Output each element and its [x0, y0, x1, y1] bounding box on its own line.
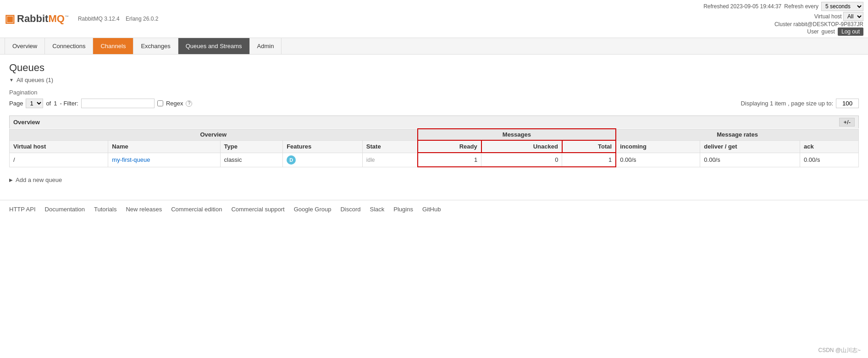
td-ack: 0.00/s — [800, 153, 859, 167]
nav-overview[interactable]: Overview — [5, 38, 45, 54]
pagination-section: Pagination Page 1 of 1 - Filter: Regex ?… — [9, 89, 859, 108]
queues-table: Overview Messages Message rates Virtual … — [9, 128, 859, 167]
rabbitmq-version: RabbitMQ 3.12.4 — [78, 16, 120, 22]
top-bar-right: Refreshed 2023-09-05 19:44:37 Refresh ev… — [703, 2, 863, 36]
footer-link[interactable]: Commercial edition — [171, 206, 222, 213]
page-size-input[interactable] — [836, 99, 859, 108]
nav-admin[interactable]: Admin — [250, 38, 282, 54]
refresh-select[interactable]: 5 seconds 10 seconds 30 seconds 60 secon… — [821, 2, 863, 11]
th-virtual-host: Virtual host — [10, 140, 108, 153]
add-queue-label: Add a new queue — [16, 176, 62, 183]
queue-name-link[interactable]: my-first-queue — [112, 156, 150, 163]
message-rates-header: Message rates — [616, 129, 858, 140]
virtual-host-label: Virtual host — [814, 13, 842, 20]
add-queue-section[interactable]: ▶ Add a new queue — [9, 176, 859, 183]
nav-exchanges[interactable]: Exchanges — [133, 38, 178, 54]
footer-link[interactable]: New releases — [126, 206, 162, 213]
th-name: Name — [108, 140, 220, 153]
virtual-host-select[interactable]: All / — [843, 12, 863, 21]
all-queues-header[interactable]: ▼ All queues (1) — [9, 77, 859, 83]
th-features: Features — [283, 140, 363, 153]
page-label: Page — [9, 100, 23, 107]
filter-label: - Filter: — [60, 100, 78, 107]
version-info: RabbitMQ 3.12.4 Erlang 26.0.2 — [78, 16, 158, 22]
td-deliver-get: 0.00/s — [700, 153, 800, 167]
footer-link[interactable]: Plugins — [393, 206, 413, 213]
td-state: idle — [362, 153, 417, 167]
footer-link[interactable]: Discord — [340, 206, 360, 213]
state-value: idle — [366, 157, 375, 163]
pagination-label: Pagination — [9, 89, 859, 96]
plus-minus-button[interactable]: +/- — [839, 118, 855, 127]
th-type: Type — [220, 140, 283, 153]
filter-input[interactable] — [81, 99, 155, 108]
mq-text: MQ — [48, 13, 64, 24]
footer-links: HTTP APIDocumentationTutorialsNew releas… — [0, 200, 868, 218]
tm-text: ™ — [65, 15, 69, 19]
footer-link[interactable]: Slack — [370, 206, 385, 213]
regex-label: Regex — [166, 100, 183, 107]
footer-link[interactable]: Google Group — [294, 206, 332, 213]
all-queues-label: All queues (1) — [17, 77, 53, 83]
feature-badge: D — [287, 155, 296, 165]
table-section-header: Overview +/- — [9, 116, 859, 128]
td-virtual-host: / — [10, 153, 108, 167]
displaying-text: Displaying 1 item , page size up to: — [741, 100, 833, 107]
top-bar-left: ▣ RabbitMQ™ RabbitMQ 3.12.4 Erlang 26.0.… — [5, 12, 158, 25]
nav-connections[interactable]: Connections — [45, 38, 93, 54]
td-unacked: 0 — [481, 153, 562, 167]
th-ack: ack — [800, 140, 859, 153]
virtual-host-row: Virtual host All / — [703, 12, 863, 21]
nav-channels[interactable]: Channels — [93, 38, 133, 54]
of-label: of — [46, 100, 51, 107]
cluster-value: rabbit@DESKTOP-9P837JR — [793, 21, 863, 28]
th-state: State — [362, 140, 417, 153]
display-info: Displaying 1 item , page size up to: — [741, 99, 859, 108]
th-unacked: Unacked — [481, 140, 562, 153]
help-icon[interactable]: ? — [186, 100, 192, 107]
th-total: Total — [562, 140, 616, 153]
td-incoming: 0.00/s — [616, 153, 700, 167]
logo: ▣ RabbitMQ™ — [5, 12, 69, 25]
table-container: Overview +/- Overview Messages Message r… — [9, 116, 859, 167]
th-ready: Ready — [418, 140, 481, 153]
footer-link[interactable]: Documentation — [45, 206, 85, 213]
footer-link[interactable]: HTTP API — [9, 206, 36, 213]
regex-checkbox[interactable] — [157, 100, 163, 106]
refresh-label: Refresh every — [784, 3, 818, 10]
page-title: Queues — [9, 62, 859, 74]
refreshed-text: Refreshed 2023-09-05 19:44:37 — [703, 3, 781, 10]
page-select[interactable]: 1 — [26, 99, 43, 108]
td-ready: 1 — [418, 153, 481, 167]
td-features: D — [283, 153, 363, 167]
td-name[interactable]: my-first-queue — [108, 153, 220, 167]
footer-link[interactable]: Tutorials — [94, 206, 116, 213]
th-incoming: incoming — [616, 140, 700, 153]
logout-button[interactable]: Log out — [838, 28, 863, 36]
user-label: User — [807, 28, 818, 35]
of-value: 1 — [54, 100, 57, 107]
logo-text: RabbitMQ™ — [17, 13, 69, 25]
overview-header: Overview — [10, 129, 418, 140]
refresh-row: Refreshed 2023-09-05 19:44:37 Refresh ev… — [703, 2, 863, 11]
erlang-version: Erlang 26.0.2 — [126, 16, 158, 22]
overview-group-label: Overview — [13, 119, 40, 126]
nav-bar: Overview Connections Channels Exchanges … — [0, 38, 868, 55]
th-deliver-get: deliver / get — [700, 140, 800, 153]
rabbit-text: Rabbit — [17, 13, 48, 24]
user-value: guest — [822, 28, 835, 35]
collapse-icon: ▼ — [9, 77, 14, 83]
add-queue-icon: ▶ — [9, 177, 13, 182]
cluster-row: Cluster rabbit@DESKTOP-9P837JR — [703, 21, 863, 28]
user-row: User guest Log out — [703, 28, 863, 36]
nav-queues-streams[interactable]: Queues and Streams — [178, 38, 250, 54]
footer-link[interactable]: Commercial support — [231, 206, 284, 213]
footer-link[interactable]: GitHub — [422, 206, 441, 213]
messages-header: Messages — [418, 129, 616, 140]
cluster-label: Cluster — [774, 21, 792, 28]
logo-icon: ▣ — [5, 12, 15, 25]
td-total: 1 — [562, 153, 616, 167]
main-content: Queues ▼ All queues (1) Pagination Page … — [0, 55, 868, 200]
table-row: / my-first-queue classic D idle 1 0 1 0.… — [10, 153, 859, 167]
top-bar: ▣ RabbitMQ™ RabbitMQ 3.12.4 Erlang 26.0.… — [0, 0, 868, 38]
